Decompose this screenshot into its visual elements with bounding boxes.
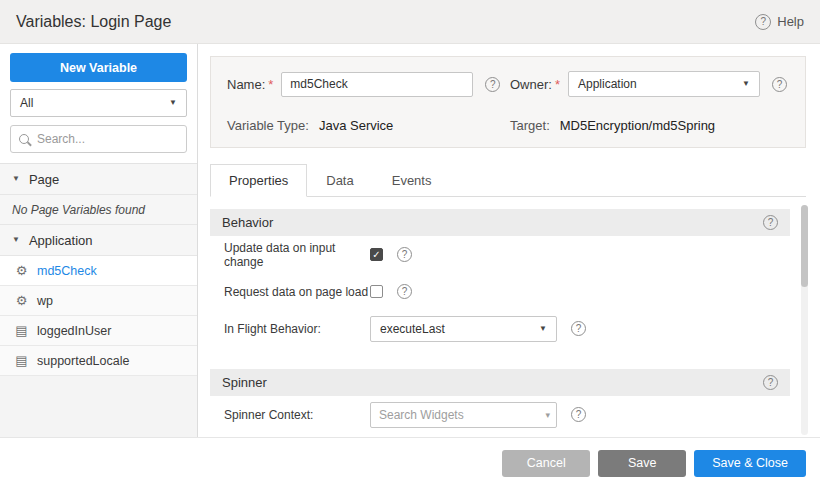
request-data-label: Request data on page load <box>224 285 370 299</box>
owner-select-value: Application <box>578 77 637 91</box>
help-icon: ? <box>755 14 771 30</box>
tree-group-application[interactable]: ▼ Application <box>0 225 197 256</box>
spinner-context-help-icon[interactable]: ? <box>571 407 586 422</box>
search-box <box>10 125 187 153</box>
variable-type-value: Java Service <box>319 118 393 133</box>
variable-item-loggedinuser[interactable]: ▤ loggedInUser <box>0 316 197 346</box>
name-input[interactable] <box>281 72 473 97</box>
update-data-label: Update data on input change <box>224 241 370 269</box>
spinner-help-icon[interactable]: ? <box>763 375 778 390</box>
save-button[interactable]: Save <box>598 450 686 477</box>
caret-down-icon: ▼ <box>742 80 750 88</box>
name-label: Name: <box>227 77 265 92</box>
spinner-context-label: Spinner Context: <box>224 408 370 422</box>
tab-events[interactable]: Events <box>373 164 451 197</box>
model-variable-icon: ▤ <box>14 323 29 338</box>
empty-page-variables-message: No Page Variables found <box>0 195 197 225</box>
inflight-behavior-help-icon[interactable]: ? <box>571 321 586 336</box>
required-marker: * <box>268 77 273 92</box>
behavior-section-title: Behavior <box>222 215 273 230</box>
required-marker: * <box>555 77 560 92</box>
model-variable-icon: ▤ <box>14 353 29 368</box>
request-data-row: Request data on page load ? <box>210 273 790 310</box>
update-data-row: Update data on input change ✓ ? <box>210 236 790 273</box>
variable-item-label: wp <box>37 294 53 308</box>
spinner-context-combobox: ▾ <box>370 402 557 428</box>
new-variable-button[interactable]: New Variable <box>10 53 187 82</box>
tab-data[interactable]: Data <box>307 164 372 197</box>
tree-group-page-label: Page <box>29 172 59 187</box>
variable-type-label: Variable Type: <box>227 118 309 133</box>
owner-select[interactable]: Application ▼ <box>568 71 760 97</box>
tab-bar: Properties Data Events <box>210 164 806 197</box>
variable-item-label: md5Check <box>37 264 97 278</box>
footer: Cancel Save Save & Close <box>0 437 820 488</box>
variable-item-label: loggedInUser <box>37 324 111 338</box>
target-label: Target: <box>510 118 550 133</box>
collapse-icon: ▼ <box>12 236 20 244</box>
variable-filter-value: All <box>20 96 33 110</box>
spinner-context-input[interactable] <box>370 402 557 428</box>
behavior-section: Behavior ? Update data on input change ✓… <box>210 209 790 347</box>
variable-item-label: supportedLocale <box>37 354 129 368</box>
variable-item-supportedlocale[interactable]: ▤ supportedLocale <box>0 346 197 376</box>
spinner-section-header: Spinner ? <box>210 369 790 396</box>
properties-panel: Behavior ? Update data on input change ✓… <box>210 197 812 437</box>
tab-properties[interactable]: Properties <box>210 164 307 197</box>
name-help-icon[interactable]: ? <box>485 77 500 92</box>
request-data-help-icon[interactable]: ? <box>397 284 412 299</box>
header: Variables: Login Page ? Help <box>0 0 820 44</box>
chevron-down-icon: ▾ <box>545 410 550 419</box>
collapse-icon: ▼ <box>12 175 20 183</box>
caret-down-icon: ▼ <box>539 325 547 333</box>
tree-group-page[interactable]: ▼ Page <box>0 164 197 195</box>
save-and-close-button[interactable]: Save & Close <box>694 450 806 477</box>
variable-filter-select[interactable]: All ▼ <box>10 89 187 117</box>
target-value: MD5Encryption/md5Spring <box>560 118 715 133</box>
owner-label: Owner: <box>510 77 552 92</box>
inflight-behavior-label: In Flight Behavior: <box>224 322 370 336</box>
help-button[interactable]: ? Help <box>755 14 804 30</box>
inflight-behavior-value: executeLast <box>380 322 445 336</box>
vertical-scrollbar[interactable] <box>801 205 808 435</box>
spinner-section-title: Spinner <box>222 375 267 390</box>
caret-down-icon: ▼ <box>169 99 177 107</box>
update-data-checkbox[interactable]: ✓ <box>370 248 383 261</box>
owner-help-icon[interactable]: ? <box>772 77 787 92</box>
search-input[interactable] <box>37 132 178 146</box>
spinner-context-row: Spinner Context: ▾ ? <box>210 396 790 433</box>
page-title: Variables: Login Page <box>16 13 171 31</box>
service-variable-icon: ⚙ <box>14 263 29 278</box>
spinner-section: Spinner ? Spinner Context: ▾ ? <box>210 369 790 433</box>
cancel-button[interactable]: Cancel <box>502 450 590 477</box>
inflight-behavior-row: In Flight Behavior: executeLast ▼ ? <box>210 310 790 347</box>
variable-summary-card: Name: * ? Owner: * Application ▼ ? <box>210 56 806 148</box>
behavior-section-header: Behavior ? <box>210 209 790 236</box>
behavior-help-icon[interactable]: ? <box>763 215 778 230</box>
variable-item-wp[interactable]: ⚙ wp <box>0 286 197 316</box>
service-variable-icon: ⚙ <box>14 293 29 308</box>
scrollbar-thumb[interactable] <box>801 205 808 287</box>
inflight-behavior-select[interactable]: executeLast ▼ <box>370 316 557 342</box>
help-label: Help <box>777 14 804 29</box>
search-icon <box>19 134 29 144</box>
update-data-help-icon[interactable]: ? <box>397 247 412 262</box>
main-panel: Name: * ? Owner: * Application ▼ ? <box>198 44 820 437</box>
variables-dialog: Variables: Login Page ? Help New Variabl… <box>0 0 820 488</box>
request-data-checkbox[interactable] <box>370 285 383 298</box>
tree-group-application-label: Application <box>29 233 93 248</box>
variables-tree: ▼ Page No Page Variables found ▼ Applica… <box>0 163 197 437</box>
sidebar: New Variable All ▼ ▼ Page No Page Variab… <box>0 44 198 437</box>
variable-item-md5check[interactable]: ⚙ md5Check <box>0 256 197 286</box>
